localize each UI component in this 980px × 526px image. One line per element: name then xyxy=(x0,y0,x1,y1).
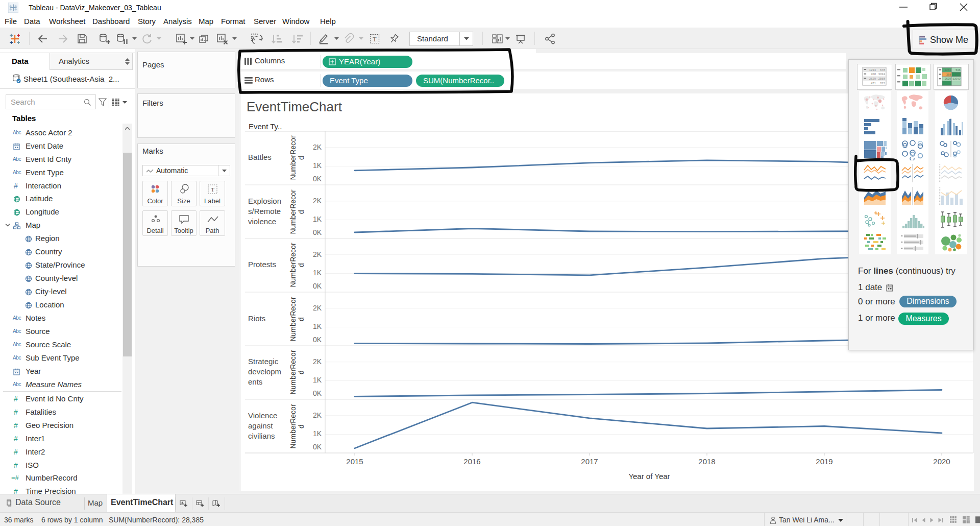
svg-text:678: 678 xyxy=(880,68,886,71)
svg-text:2568: 2568 xyxy=(878,77,886,80)
svg-text:546: 546 xyxy=(955,68,960,71)
svg-text:T: T xyxy=(373,36,377,43)
svg-text:471: 471 xyxy=(871,82,876,85)
svg-text:322: 322 xyxy=(880,82,886,85)
svg-text:53990: 53990 xyxy=(952,77,960,80)
svg-text:368: 368 xyxy=(871,73,876,76)
svg-text:1234: 1234 xyxy=(945,68,951,71)
svg-text:2629: 2629 xyxy=(945,77,951,80)
svg-text:1234: 1234 xyxy=(869,68,876,71)
svg-text:T: T xyxy=(211,186,214,193)
svg-text:3034: 3034 xyxy=(878,73,886,76)
svg-text:340: 340 xyxy=(955,73,960,76)
svg-text:2629: 2629 xyxy=(869,77,876,80)
svg-text:368: 368 xyxy=(946,73,951,76)
